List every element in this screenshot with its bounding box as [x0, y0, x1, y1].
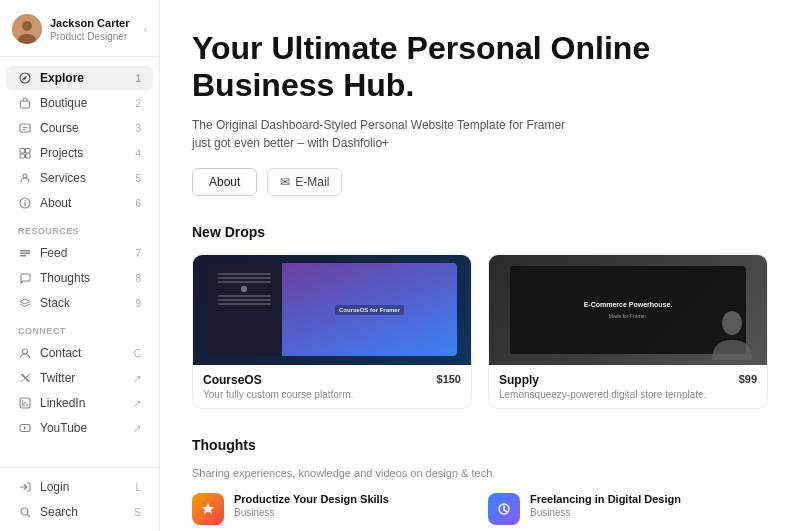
card-price-courseos: $150 [437, 373, 461, 385]
sidebar-item-login[interactable]: Login L [6, 475, 153, 499]
sidebar-badge-thoughts: 8 [135, 273, 141, 284]
card-courseos[interactable]: CourseOS for Framer CourseOS Your fully … [192, 254, 472, 409]
thoughts-section: Thoughts Sharing experiences, knowledge … [192, 437, 768, 525]
email-icon: ✉ [280, 175, 290, 189]
thought-tag-productize: Business [234, 507, 389, 518]
about-icon [18, 196, 32, 210]
thought-item-freelancing[interactable]: Freelancing in Digital Design Business [488, 493, 768, 525]
sidebar-label-explore: Explore [40, 71, 127, 85]
card-desc-supply: Lemonsqueezy-powered digital store templ… [499, 389, 706, 400]
login-icon [18, 480, 32, 494]
sidebar-item-services[interactable]: Services 5 [6, 166, 153, 190]
sidebar-label-course: Course [40, 121, 127, 135]
thought-icon-freelancing [488, 493, 520, 525]
sidebar-badge-linkedin: ↗ [133, 398, 141, 409]
sidebar-label-about: About [40, 196, 127, 210]
user-info: Jackson Carter Product Designer [50, 16, 130, 41]
thoughts-title: Thoughts [192, 437, 768, 453]
linkedin-icon [18, 396, 32, 410]
about-button[interactable]: About [192, 168, 257, 196]
svg-rect-9 [26, 154, 31, 158]
main-content: Your Ultimate Personal Online Business H… [160, 0, 800, 531]
hero-title: Your Ultimate Personal Online Business H… [192, 30, 692, 104]
sidebar-item-boutique[interactable]: Boutique 2 [6, 91, 153, 115]
hero-subtitle: The Original Dashboard-Styled Personal W… [192, 116, 572, 152]
sidebar-label-projects: Projects [40, 146, 127, 160]
sidebar-item-thoughts[interactable]: Thoughts 8 [6, 266, 153, 290]
feed-icon [18, 246, 32, 260]
sidebar-label-login: Login [40, 480, 127, 494]
sidebar-badge-projects: 4 [135, 148, 141, 159]
explore-icon [18, 71, 32, 85]
sidebar: Jackson Carter Product Designer ‹ Explor… [0, 0, 160, 531]
thought-tag-freelancing: Business [530, 507, 681, 518]
sidebar-label-thoughts: Thoughts [40, 271, 127, 285]
card-name-supply: Supply [499, 373, 706, 387]
svg-rect-8 [20, 154, 25, 158]
user-profile[interactable]: Jackson Carter Product Designer ‹ [0, 0, 159, 57]
thought-title-freelancing: Freelancing in Digital Design [530, 493, 681, 505]
supply-mock-line1: E-Commerce Powerhouse. [584, 300, 673, 309]
sidebar-label-twitter: Twitter [40, 371, 125, 385]
card-image-supply: E-Commerce Powerhouse. Made for Framer. [489, 255, 767, 365]
sidebar-label-linkedin: LinkedIn [40, 396, 125, 410]
user-role: Product Designer [50, 31, 130, 42]
new-drops-title: New Drops [192, 224, 768, 240]
contact-icon [18, 346, 32, 360]
sidebar-label-contact: Contact [40, 346, 126, 360]
connect-section-label: CONNECT [6, 316, 153, 340]
thought-icon-productize [192, 493, 224, 525]
sidebar-item-course[interactable]: Course 3 [6, 116, 153, 140]
sidebar-item-projects[interactable]: Projects 4 [6, 141, 153, 165]
sidebar-item-search[interactable]: Search S [6, 500, 153, 524]
sidebar-label-boutique: Boutique [40, 96, 127, 110]
user-name: Jackson Carter [50, 16, 130, 30]
sidebar-item-twitter[interactable]: Twitter ↗ [6, 366, 153, 390]
course-icon [18, 121, 32, 135]
sidebar-collapse-button[interactable]: ‹ [144, 24, 147, 35]
card-info-supply: Supply Lemonsqueezy-powered digital stor… [489, 365, 767, 408]
services-icon [18, 171, 32, 185]
card-text-supply: Supply Lemonsqueezy-powered digital stor… [499, 373, 706, 400]
resources-section-label: RESOURCES [6, 216, 153, 240]
sidebar-badge-search: S [134, 507, 141, 518]
sidebar-bottom: Login L Search S [0, 467, 159, 531]
card-name-courseos: CourseOS [203, 373, 353, 387]
sidebar-badge-login: L [135, 482, 141, 493]
thought-item-productize[interactable]: Productize Your Design Skills Business [192, 493, 472, 525]
card-price-supply: $99 [739, 373, 757, 385]
card-desc-courseos: Your fully custom course platform. [203, 389, 353, 400]
sidebar-badge-boutique: 2 [135, 98, 141, 109]
sidebar-item-feed[interactable]: Feed 7 [6, 241, 153, 265]
email-button[interactable]: ✉ E-Mail [267, 168, 342, 196]
thoughts-grid: Productize Your Design Skills Business F… [192, 493, 768, 525]
sidebar-badge-about: 6 [135, 198, 141, 209]
card-text-courseos: CourseOS Your fully custom course platfo… [203, 373, 353, 400]
email-label: E-Mail [295, 175, 329, 189]
svg-rect-6 [20, 149, 25, 154]
course-mock-main: CourseOS for Framer [282, 263, 457, 357]
twitter-icon [18, 371, 32, 385]
svg-point-19 [722, 311, 742, 335]
sidebar-item-linkedin[interactable]: LinkedIn ↗ [6, 391, 153, 415]
new-drops-grid: CourseOS for Framer CourseOS Your fully … [192, 254, 768, 409]
sidebar-item-youtube[interactable]: YouTube ↗ [6, 416, 153, 440]
stack-icon [18, 296, 32, 310]
svg-point-1 [22, 21, 32, 31]
card-info-courseos: CourseOS Your fully custom course platfo… [193, 365, 471, 408]
search-icon [18, 505, 32, 519]
thought-text-productize: Productize Your Design Skills Business [234, 493, 389, 518]
boutique-icon [18, 96, 32, 110]
supply-person [707, 305, 757, 365]
sidebar-item-contact[interactable]: Contact C [6, 341, 153, 365]
sidebar-badge-twitter: ↗ [133, 373, 141, 384]
course-mock-label: CourseOS for Framer [335, 305, 404, 315]
sidebar-item-explore[interactable]: Explore 1 [6, 66, 153, 90]
sidebar-badge-explore: 1 [135, 73, 141, 84]
sidebar-badge-course: 3 [135, 123, 141, 134]
projects-icon [18, 146, 32, 160]
sidebar-item-about[interactable]: About 6 [6, 191, 153, 215]
card-supply[interactable]: E-Commerce Powerhouse. Made for Framer. … [488, 254, 768, 409]
svg-point-16 [22, 400, 24, 402]
sidebar-item-stack[interactable]: Stack 9 [6, 291, 153, 315]
